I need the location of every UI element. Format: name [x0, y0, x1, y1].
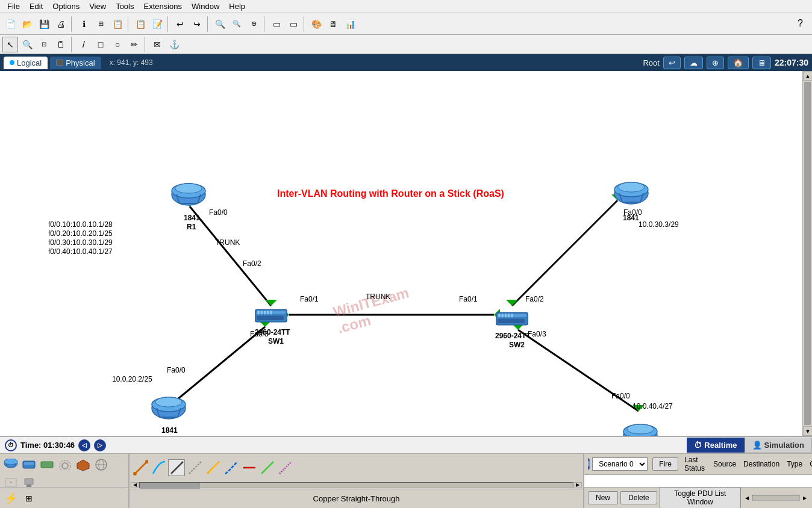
home-btn[interactable]: 🏠 — [728, 57, 749, 69]
scroll-left-btn[interactable]: ◀ — [131, 482, 139, 488]
step-back-btn[interactable]: ◁ — [78, 439, 90, 451]
scenario-selector[interactable]: Scenario 0 — [592, 457, 648, 471]
hscroll-thumb[interactable] — [140, 483, 200, 489]
line-tool[interactable]: / — [76, 37, 92, 52]
back-btn[interactable]: ↩ — [663, 57, 681, 69]
nav-btn[interactable]: ⊕ — [707, 57, 724, 69]
open-btn[interactable]: 📂 — [19, 16, 35, 32]
console-connection-icon[interactable] — [150, 459, 167, 476]
info-btn[interactable]: ℹ — [76, 16, 92, 32]
menu-file[interactable]: File — [2, 1, 25, 12]
router-type-icon[interactable] — [2, 456, 19, 473]
menu-window[interactable]: Window — [187, 1, 224, 12]
switch-sw2[interactable] — [494, 306, 530, 330]
zoom-out-btn[interactable]: 🔍 — [229, 16, 245, 32]
pdu-scroll-left[interactable]: ◀ — [743, 494, 751, 501]
vertical-scrollbar[interactable]: ▲ ▼ — [802, 71, 812, 436]
copy-btn[interactable]: 📋 — [133, 16, 148, 32]
router-r1[interactable] — [170, 182, 207, 212]
straight-connection-icon[interactable] — [168, 459, 185, 476]
scroll-down-btn[interactable]: ▼ — [803, 426, 812, 436]
note-tool[interactable]: 🗒 — [53, 37, 69, 52]
draw-rect2-btn[interactable]: ▭ — [286, 16, 301, 32]
rect-tool[interactable]: □ — [93, 37, 108, 52]
chart-btn[interactable]: 📊 — [342, 16, 358, 32]
grid-icon[interactable]: ⊞ — [20, 490, 37, 507]
menu-tools[interactable]: Tools — [111, 1, 139, 12]
coax-connection-icon[interactable] — [240, 459, 257, 476]
monitor-btn[interactable]: 🖥 — [325, 16, 341, 32]
pdu-scroll-right[interactable]: ▶ — [801, 494, 808, 501]
menu-edit[interactable]: Edit — [25, 1, 48, 12]
hscroll-track[interactable] — [139, 482, 573, 488]
wireless-type-icon[interactable] — [57, 456, 73, 473]
anchor-tool[interactable]: ⚓ — [166, 37, 182, 52]
undo-btn[interactable]: ↩ — [172, 16, 188, 32]
pdu-hscroll-track[interactable] — [752, 495, 800, 501]
realtime-btn[interactable]: ⏱ Realtime — [687, 438, 744, 453]
color-col: Color — [807, 460, 812, 468]
layout-btn[interactable]: ⊞ — [93, 16, 108, 32]
menu-extensions[interactable]: Extensions — [139, 1, 187, 12]
router-r4-icon — [622, 423, 658, 436]
end-device-icon[interactable] — [20, 474, 37, 487]
tab-logical[interactable]: Logical — [4, 57, 48, 69]
new-pdu-btn[interactable]: New — [588, 491, 618, 504]
search-tool[interactable]: 🔍 — [19, 37, 35, 52]
msg-tool[interactable]: ✉ — [149, 37, 165, 52]
label-f020: f0/0.20:10.0.20.1/25 — [48, 229, 113, 238]
hub-type-icon[interactable] — [39, 456, 55, 473]
device-type-panel: * ⚡ ⊞ — [0, 454, 130, 508]
wan-type-icon[interactable] — [93, 456, 110, 473]
end-device-small-icon — [22, 477, 36, 487]
multiselect-tool[interactable]: ⊡ — [36, 37, 52, 52]
menu-options[interactable]: Options — [48, 1, 84, 12]
custom-type-icon[interactable]: * — [2, 474, 19, 487]
scroll-thumb[interactable] — [804, 82, 811, 425]
security-type-icon[interactable] — [75, 456, 92, 473]
fire-btn[interactable]: Fire — [652, 457, 678, 471]
step-forward-btn[interactable]: ▷ — [94, 439, 106, 451]
delete-pdu-btn[interactable]: Delete — [620, 491, 657, 504]
auto-connection-icon[interactable] — [132, 459, 149, 476]
usb-connection-icon[interactable] — [276, 459, 293, 476]
activity-btn[interactable]: 📋 — [110, 16, 125, 32]
toggle-pdu-btn[interactable]: Toggle PDU List Window — [660, 487, 741, 508]
cloud-btn[interactable]: ☁ — [684, 57, 703, 69]
redo-btn[interactable]: ↪ — [189, 16, 205, 32]
help-icon[interactable]: ? — [798, 18, 810, 30]
scroll-right-btn[interactable]: ▶ — [573, 482, 582, 488]
switch-sw1[interactable] — [253, 303, 289, 327]
serial-connection-icon[interactable] — [258, 459, 275, 476]
security-small-icon — [76, 459, 90, 471]
menu-help[interactable]: Help — [224, 1, 250, 12]
pen-tool[interactable]: ✏ — [126, 37, 142, 52]
paste-btn[interactable]: 📝 — [149, 16, 165, 32]
palette-btn[interactable]: 🎨 — [308, 16, 324, 32]
realtime-icon: ⏱ — [694, 441, 702, 450]
tab-physical[interactable]: Physical — [50, 57, 101, 69]
network-canvas[interactable]: Inter-VLAN Routing with Router on a Stic… — [0, 71, 802, 436]
router-r4[interactable] — [622, 423, 658, 436]
router-r2[interactable] — [151, 396, 187, 426]
label-f040: f0/0.40:10.0.40.1/27 — [48, 247, 113, 256]
switch-type-icon[interactable] — [20, 456, 37, 473]
menu-view[interactable]: View — [84, 1, 111, 12]
lightning-icon[interactable]: ⚡ — [2, 490, 19, 507]
select-tool[interactable]: ↖ — [2, 37, 18, 52]
save-btn[interactable]: 💾 — [36, 16, 52, 32]
print-btn[interactable]: 🖨 — [53, 16, 69, 32]
draw-rect-btn[interactable]: ▭ — [269, 16, 284, 32]
fiber-connection-icon[interactable] — [204, 459, 221, 476]
simulation-btn[interactable]: 👤 Simulation — [745, 438, 812, 453]
zoom-reset-btn[interactable]: ⊕ — [246, 16, 261, 32]
zoom-in-btn[interactable]: 🔍 — [212, 16, 228, 32]
monitor2-btn[interactable]: 🖥 — [752, 57, 771, 69]
ellipse-tool[interactable]: ○ — [110, 37, 125, 52]
new-file-btn[interactable]: 📄 — [2, 16, 18, 32]
crossover-connection-icon[interactable] — [186, 459, 203, 476]
scroll-up-btn[interactable]: ▲ — [803, 71, 812, 81]
horizontal-scrollbar[interactable]: ◀ ▶ — [130, 482, 583, 489]
phone-connection-icon[interactable] — [222, 459, 239, 476]
router-r3[interactable] — [613, 181, 649, 211]
